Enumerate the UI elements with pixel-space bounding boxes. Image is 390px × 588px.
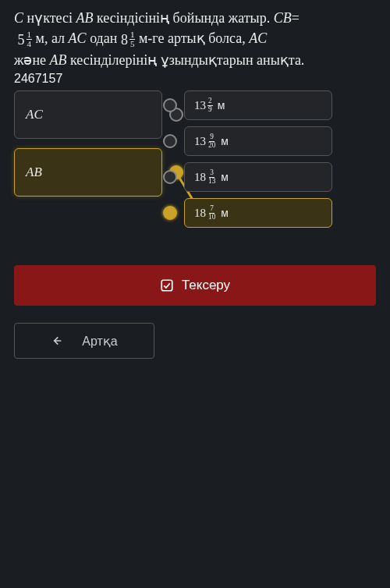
check-button-label: Тексеру	[182, 278, 230, 293]
left-card-ac[interactable]: AC	[14, 90, 162, 139]
answer-option[interactable]: 1329 м	[184, 90, 332, 120]
answer-option[interactable]: 18313 м	[184, 162, 332, 192]
back-button[interactable]: Артқа	[14, 323, 154, 359]
left-card-label: AB	[26, 165, 42, 180]
left-card-label: AC	[26, 107, 43, 122]
check-button[interactable]: Тексеру	[14, 265, 376, 306]
problem-text: C нүктесі AB кесіндісінің бойында жатыр.…	[14, 8, 376, 70]
unit-label: м	[218, 99, 225, 112]
svg-rect-1	[161, 280, 172, 291]
connector-dot[interactable]	[163, 98, 177, 112]
unit-label: м	[221, 171, 229, 183]
match-area: AC AB 1329 м 13920 м 18313 м	[14, 90, 376, 228]
task-code: 2467157	[14, 72, 376, 86]
connector-dot[interactable]	[163, 206, 177, 220]
answer-option[interactable]: 13920 м	[184, 126, 332, 156]
arrow-left-icon	[51, 335, 63, 347]
unit-label: м	[221, 207, 229, 219]
answer-option[interactable]: 18710 м	[184, 198, 332, 228]
check-icon	[160, 278, 174, 292]
connector-dot[interactable]	[163, 170, 177, 184]
back-button-label: Артқа	[82, 334, 117, 349]
unit-label: м	[221, 135, 229, 147]
left-card-ab[interactable]: AB	[14, 148, 162, 197]
connector-dot[interactable]	[163, 134, 177, 148]
